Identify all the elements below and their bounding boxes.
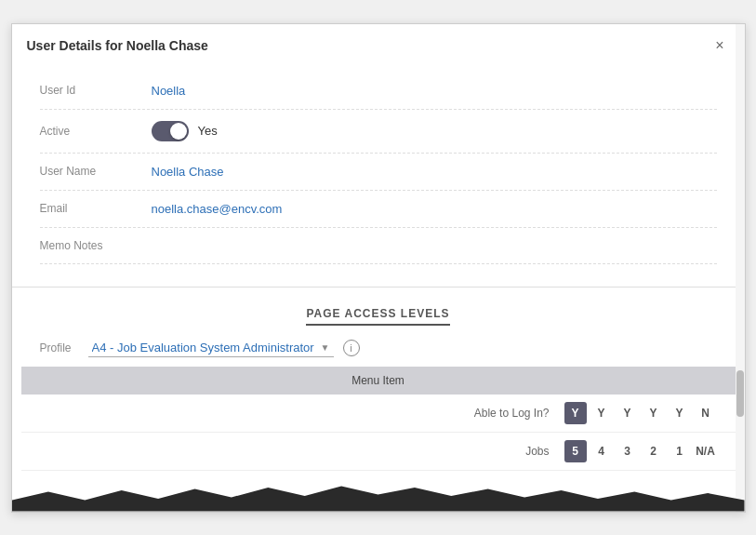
badge-Y5[interactable]: Y (669, 402, 691, 424)
active-label: Active (40, 125, 152, 138)
table-section: Menu Item Able to Log In? Y Y Y Y Y N Jo… (12, 367, 745, 471)
active-yes-label: Yes (198, 124, 218, 138)
badge-Y1[interactable]: Y (564, 402, 587, 424)
dialog-header: User Details for Noella Chase × (12, 24, 745, 63)
badge-1[interactable]: 1 (669, 440, 691, 462)
profile-select[interactable]: A4 - Job Evaluation System Administrator (88, 339, 334, 356)
user-id-label: User Id (40, 84, 152, 97)
badge-Y2[interactable]: Y (590, 402, 613, 424)
badge-5[interactable]: 5 (564, 440, 587, 462)
profile-row: Profile A4 - Job Evaluation System Admin… (12, 329, 745, 367)
username-row: User Name Noella Chase (40, 154, 717, 191)
username-label: User Name (40, 165, 152, 178)
close-button[interactable]: × (710, 35, 729, 56)
badge-3[interactable]: 3 (617, 440, 639, 462)
form-section: User Id Noella Active Yes User Name Noel… (12, 63, 745, 283)
user-id-value: Noella (152, 84, 717, 98)
scrollbar[interactable] (736, 24, 745, 512)
table-row-jobs: Jobs 5 4 3 2 1 N/A (21, 433, 736, 471)
badge-na[interactable]: N/A (695, 440, 717, 462)
table-header: Menu Item (21, 367, 736, 395)
badge-2[interactable]: 2 (643, 440, 665, 462)
badge-group-jobs: 5 4 3 2 1 N/A (564, 440, 717, 462)
memo-row: Memo Notes (40, 228, 717, 264)
row-label-jobs: Jobs (40, 445, 564, 458)
row-label-login: Able to Log In? (40, 407, 564, 420)
badge-Y3[interactable]: Y (617, 402, 639, 424)
toggle-thumb (170, 123, 187, 140)
info-icon[interactable]: i (343, 340, 360, 356)
email-label: Email (40, 202, 152, 215)
badge-group-login: Y Y Y Y Y N (564, 402, 717, 424)
badge-N[interactable]: N (695, 402, 717, 424)
dialog: User Details for Noella Chase × User Id … (11, 23, 746, 513)
username-value: Noella Chase (152, 165, 717, 179)
toggle-track[interactable] (152, 121, 189, 141)
table-row: Able to Log In? Y Y Y Y Y N (21, 395, 736, 433)
profile-label: Profile (40, 341, 72, 354)
email-row: Email noella.chase@encv.com (40, 191, 717, 228)
active-toggle[interactable] (152, 121, 189, 141)
info-symbol: i (350, 342, 351, 354)
access-section: PAGE ACCESS LEVELS Profile A4 - Job Eval… (12, 291, 745, 480)
active-row: Active Yes (40, 110, 717, 154)
memo-label: Memo Notes (40, 239, 152, 252)
access-title: PAGE ACCESS LEVELS (306, 307, 449, 326)
scrollbar-thumb[interactable] (736, 370, 744, 417)
dialog-title: User Details for Noella Chase (27, 38, 208, 53)
bottom-wave-decoration (12, 484, 745, 512)
active-toggle-container: Yes (152, 121, 218, 141)
user-id-row: User Id Noella (40, 73, 717, 110)
profile-select-wrapper: A4 - Job Evaluation System Administrator… (88, 339, 334, 357)
access-title-bar: PAGE ACCESS LEVELS (12, 291, 745, 329)
email-value: noella.chase@encv.com (152, 202, 717, 216)
badge-4[interactable]: 4 (590, 440, 613, 462)
badge-Y4[interactable]: Y (643, 402, 665, 424)
section-divider (12, 287, 745, 288)
